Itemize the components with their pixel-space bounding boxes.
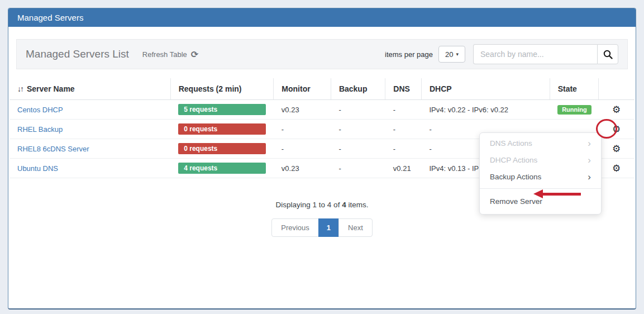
cell-monitor: - <box>274 120 331 139</box>
cell-backup: - <box>331 120 385 139</box>
requests-badge: 0 requests <box>178 123 266 135</box>
requests-badge: 4 requests <box>178 163 266 174</box>
menu-item-backup-actions[interactable]: Backup Actions › <box>480 168 601 185</box>
gear-icon[interactable]: ⚙ <box>612 104 621 115</box>
refresh-icon: ⟳ <box>191 49 198 60</box>
column-header-dns: DNS <box>385 78 422 100</box>
server-actions-menu: DNS Actions › DHCP Actions › Backup Acti… <box>479 132 602 215</box>
cell-actions: ⚙ <box>598 139 635 159</box>
search-button[interactable] <box>597 44 618 64</box>
menu-divider <box>480 188 601 189</box>
column-header-actions <box>598 78 635 100</box>
state-badge: Running <box>557 105 591 115</box>
panel-title: Managed Servers <box>8 8 636 27</box>
cell-dhcp: IPv4: v0.22 - IPv6: v0.22 <box>421 100 550 120</box>
menu-item-remove-server[interactable]: Remove Server <box>480 192 601 211</box>
requests-badge: 0 requests <box>178 143 266 154</box>
column-header-requests: Requests (2 min) <box>170 78 274 100</box>
cell-dns: - <box>385 100 422 120</box>
refresh-table-button[interactable]: Refresh Table ⟳ <box>142 49 198 60</box>
cell-requests: 0 requests <box>170 120 274 139</box>
cell-backup: - <box>331 139 385 159</box>
cell-dns: - <box>385 139 422 159</box>
items-per-page-label: items per page <box>385 50 433 59</box>
cell-monitor: v0.23 <box>274 100 331 120</box>
column-header-dhcp: DHCP <box>421 78 550 100</box>
server-name-link[interactable]: Ubuntu DNS <box>9 159 170 178</box>
cell-monitor: v0.23 <box>274 159 331 178</box>
server-name-link[interactable]: Centos DHCP <box>9 100 170 120</box>
chevron-right-icon: › <box>588 155 591 165</box>
column-header-server-name[interactable]: ↓↑Server Name <box>9 78 170 100</box>
caret-down-icon: ▾ <box>456 51 459 57</box>
requests-badge: 5 requests <box>178 104 266 115</box>
next-page-button[interactable]: Next <box>338 218 373 237</box>
cell-requests: 0 requests <box>170 139 274 159</box>
cell-actions: ⚙ <box>598 159 635 178</box>
menu-item-dhcp-actions[interactable]: DHCP Actions › <box>480 151 601 168</box>
cell-actions: ⚙ <box>598 120 635 139</box>
search-input[interactable] <box>473 44 597 64</box>
gear-icon[interactable]: ⚙ <box>612 124 621 135</box>
cell-backup: - <box>331 100 385 120</box>
sort-icon: ↓↑ <box>17 84 23 93</box>
cell-monitor: - <box>274 139 331 159</box>
search-icon <box>603 50 613 59</box>
pagination: Previous 1 Next <box>16 218 628 237</box>
gear-icon[interactable]: ⚙ <box>612 163 621 174</box>
column-header-monitor: Monitor <box>274 78 331 100</box>
cell-state: Running <box>550 100 598 120</box>
column-header-state: State <box>550 78 598 100</box>
previous-page-button[interactable]: Previous <box>271 218 319 237</box>
server-name-link[interactable]: RHEL Backup <box>9 120 170 139</box>
cell-requests: 4 requests <box>170 159 274 178</box>
cell-dns: v0.21 <box>385 159 422 178</box>
refresh-table-label: Refresh Table <box>142 50 187 59</box>
gear-icon[interactable]: ⚙ <box>612 144 621 154</box>
server-name-link[interactable]: RHEL8 6cDNS Server <box>9 139 170 159</box>
cell-backup: - <box>331 159 385 178</box>
page-1-button[interactable]: 1 <box>318 218 339 237</box>
table-toolbar: Managed Servers List Refresh Table ⟳ ite… <box>16 39 628 69</box>
table-header-row: ↓↑Server Name Requests (2 min) Monitor B… <box>9 78 635 100</box>
cell-requests: 5 requests <box>170 100 274 120</box>
table-row: Centos DHCP 5 requests v0.23 - - IPv4: v… <box>9 100 635 120</box>
menu-item-dns-actions[interactable]: DNS Actions › <box>480 135 601 151</box>
items-per-page-select[interactable]: 20 ▾ <box>438 46 465 63</box>
chevron-right-icon: › <box>588 172 591 182</box>
list-title: Managed Servers List <box>26 48 129 60</box>
column-header-backup: Backup <box>331 78 385 100</box>
items-per-page-value: 20 <box>445 50 453 59</box>
cell-dns: - <box>385 120 422 139</box>
chevron-right-icon: › <box>588 139 591 148</box>
cell-actions: ⚙ <box>598 100 635 120</box>
